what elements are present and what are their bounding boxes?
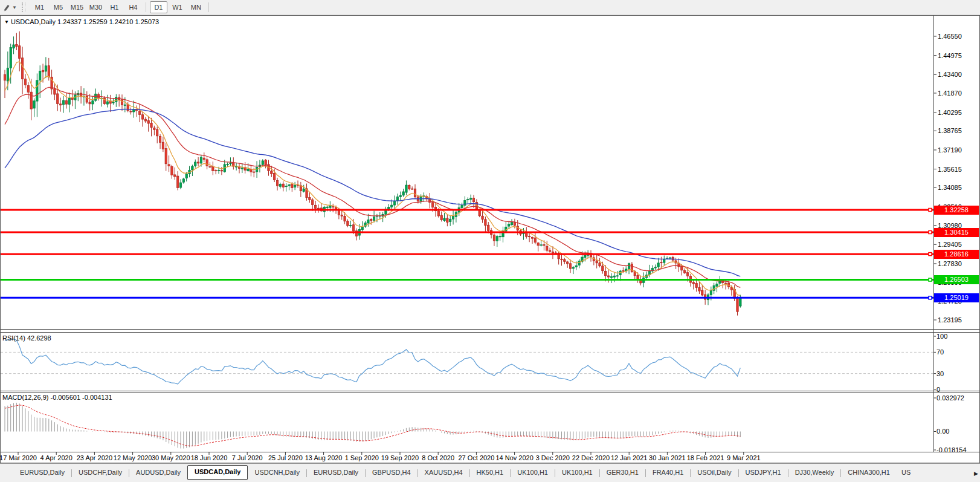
tab-GBPUSD-H4[interactable]: GBPUSD,H4 (366, 467, 417, 479)
tab-EURUSD-Daily[interactable]: EURUSD,Daily (13, 467, 71, 479)
price-tick-label: 1.34085 (938, 184, 962, 191)
rsi-tick-label: 0 (936, 386, 940, 393)
drawing-tool-button[interactable]: ▼ (0, 3, 19, 11)
tab-UK100-H1[interactable]: UK100,H1 (555, 467, 599, 479)
date-tick-label: 12 May 2020 (114, 454, 152, 461)
timeframe-button-H4[interactable]: H4 (124, 1, 142, 13)
date-tick-label: 17 Mar 2020 (0, 454, 37, 461)
toolbar-separator (146, 2, 146, 12)
date-tick-label: 14 Nov 2020 (495, 454, 533, 461)
tab-USOil-Daily[interactable]: USOil,Daily (691, 467, 738, 479)
price-tick-label: 1.46550 (938, 33, 962, 40)
toolbar-grip[interactable] (22, 2, 26, 12)
macd-tick-label: 0.00 (936, 428, 949, 435)
date-tick-label: 19 Sep 2020 (381, 454, 419, 461)
trading-terminal-window: ▼ M1M5M15M30H1H4D1W1MN ▼ USDCAD,Daily 1.… (0, 0, 980, 482)
hline-price-tag[interactable]: 1.26503 (934, 275, 979, 284)
tab-HK50-H1[interactable]: HK50,H1 (470, 467, 511, 479)
tab-overflow-partial[interactable]: US (897, 467, 912, 479)
tab-bar: EURUSD,DailyUSDCHF,DailyAUDUSD,DailyUSDC… (0, 463, 980, 482)
timeframe-button-M1[interactable]: M1 (31, 1, 48, 13)
date-tick-label: 18 Feb 2021 (687, 454, 724, 461)
chart-canvas[interactable] (0, 0, 980, 482)
timeframe-button-M5[interactable]: M5 (50, 1, 67, 13)
date-tick-label: 22 Dec 2020 (572, 454, 610, 461)
timeframe-button-M30[interactable]: M30 (87, 1, 105, 13)
date-tick-label: 13 Aug 2020 (305, 454, 343, 461)
collapse-icon[interactable]: ▼ (4, 19, 9, 25)
toolbar-separator (208, 2, 209, 12)
tab-USDCAD-Daily[interactable]: USDCAD,Daily (187, 465, 248, 480)
hline-price-tag[interactable]: 1.28616 (934, 250, 979, 259)
dropdown-caret-icon: ▼ (12, 5, 17, 10)
chart-title: ▼ USDCAD,Daily 1.24337 1.25259 1.24210 1… (4, 18, 159, 25)
price-tick-label: 1.35615 (938, 166, 962, 173)
date-tick-label: 30 Jan 2021 (649, 454, 686, 461)
date-tick-label: 9 Mar 2021 (727, 454, 761, 461)
tab-AUDUSD-Daily[interactable]: AUDUSD,Daily (129, 467, 187, 479)
timeframe-button-H1[interactable]: H1 (106, 1, 123, 13)
symbol-period-label: USDCAD,Daily (11, 18, 56, 25)
date-tick-label: 8 Oct 2020 (422, 454, 454, 461)
price-tick-label: 1.23195 (938, 316, 962, 324)
timeframe-button-W1[interactable]: W1 (169, 1, 186, 13)
tab-USDCHF-Daily[interactable]: USDCHF,Daily (72, 467, 129, 479)
rsi-tick-label: 30 (936, 370, 944, 377)
tab-scroll-right-icon[interactable]: ▶ (974, 471, 978, 477)
date-tick-label: 4 Apr 2020 (40, 454, 73, 461)
tab-XAUUSD-H4[interactable]: XAUUSD,H4 (418, 467, 469, 479)
macd-tick-label: -0.018154 (936, 446, 967, 454)
date-tick-label: 30 May 2020 (152, 454, 190, 461)
tab-DJ30-Weekly[interactable]: DJ30,Weekly (788, 467, 841, 479)
date-tick-label: 18 Jun 2020 (191, 454, 228, 461)
price-tick-label: 1.29405 (938, 241, 962, 248)
date-tick-label: 3 Dec 2020 (536, 454, 570, 461)
price-tick-label: 1.27830 (938, 260, 962, 267)
tab-USDCNH-Daily[interactable]: USDCNH,Daily (248, 467, 306, 479)
tab-EURUSD-Daily[interactable]: EURUSD,Daily (307, 467, 365, 479)
date-tick-label: 27 Oct 2020 (458, 454, 494, 461)
price-tick-label: 1.40295 (938, 109, 962, 116)
date-tick-label: 7 Jul 2020 (232, 454, 263, 461)
drawing-tool-icon (2, 3, 11, 11)
hline-price-tag[interactable]: 1.25019 (934, 293, 979, 302)
macd-indicator-label: MACD(12,26,9) -0.005601 -0.004131 (2, 394, 112, 401)
price-tick-label: 1.38765 (938, 127, 962, 134)
rsi-tick-label: 70 (936, 348, 944, 356)
hline-price-tag[interactable]: 1.30415 (934, 228, 979, 237)
rsi-tick-label: 100 (936, 333, 947, 340)
date-tick-label: 23 Apr 2020 (77, 454, 112, 461)
ohlc-values: 1.24337 1.25259 1.24210 1.25073 (57, 18, 159, 25)
tab-GER30-H1[interactable]: GER30,H1 (600, 467, 645, 479)
timeframe-toolbar: ▼ M1M5M15M30H1H4D1W1MN (0, 0, 980, 15)
timeframe-button-D1[interactable]: D1 (150, 1, 167, 13)
macd-tick-label: 0.032972 (936, 394, 964, 402)
date-tick-label: 1 Sep 2020 (345, 454, 379, 461)
price-tick-label: 1.41870 (938, 90, 962, 97)
tab-USDJPY-H1[interactable]: USDJPY,H1 (739, 467, 788, 479)
tab-FRA40-H1[interactable]: FRA40,H1 (646, 467, 690, 479)
tab-CHINA300-H1[interactable]: CHINA300,H1 (841, 467, 897, 479)
timeframe-button-MN[interactable]: MN (187, 1, 205, 13)
price-tick-label: 1.43400 (938, 71, 962, 78)
timeframe-button-M15[interactable]: M15 (68, 1, 86, 13)
tab-UK100-H1[interactable]: UK100,H1 (511, 467, 555, 479)
price-tick-label: 1.37190 (938, 146, 962, 154)
date-tick-label: 12 Jan 2021 (611, 454, 648, 461)
price-tick-label: 1.44975 (938, 52, 962, 59)
date-tick-label: 25 Jul 2020 (268, 454, 303, 461)
hline-price-tag[interactable]: 1.32258 (934, 206, 979, 215)
rsi-indicator-label: RSI(14) 42.6298 (2, 334, 51, 342)
